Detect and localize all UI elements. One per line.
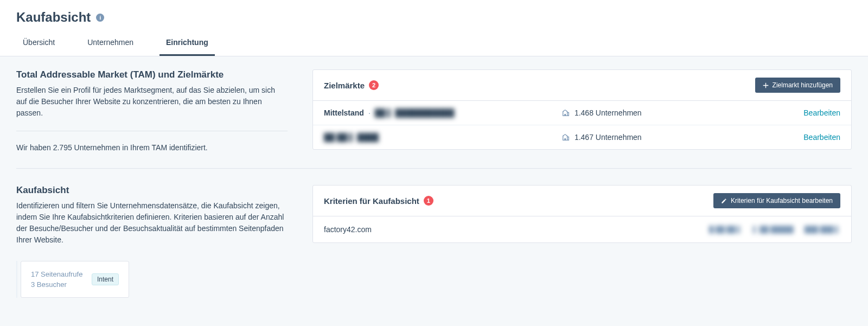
- tam-heading: Total Addressable Market (TAM) und Zielm…: [16, 69, 288, 80]
- page-header: Kaufabsicht i Übersicht Unternehmen Einr…: [0, 0, 868, 56]
- intent-criteria-card: Kriterien für Kaufabsicht 1 Kriterien fü…: [312, 185, 852, 243]
- edit-intent-criteria-button[interactable]: Kriterien für Kaufabsicht bearbeiten: [713, 193, 840, 208]
- edit-intent-criteria-label: Kriterien für Kaufabsicht bearbeiten: [731, 197, 833, 204]
- criteria-domain: factory42.com: [324, 225, 372, 234]
- tam-right-col: Zielmärkte 2 Zielmarkt hinzufügen Mittel…: [312, 69, 852, 152]
- intent-right-col: Kriterien für Kaufabsicht 1 Kriterien fü…: [312, 185, 852, 298]
- intent-heading: Kaufabsicht: [16, 185, 288, 196]
- market-row: ██ ██ ▌ ████ 1.467 Unternehmen Bearbeite…: [313, 125, 851, 149]
- tam-summary: Wir haben 2.795 Unternehmen in Ihrem TAM…: [16, 143, 288, 152]
- target-markets-title: Zielmärkte: [324, 81, 365, 90]
- market-name-blurred: ██ ██ ▌ ████: [324, 133, 379, 142]
- criteria-meta-blurred: ▌ ██ █████: [753, 226, 794, 233]
- section-intent: Kaufabsicht Identifizieren und filtern S…: [16, 168, 852, 314]
- tam-description: Erstellen Sie ein Profil für jedes Markt…: [16, 85, 288, 119]
- intent-pageviews: 17 Seitenaufrufe: [31, 270, 82, 278]
- intent-left-col: Kaufabsicht Identifizieren und filtern S…: [16, 185, 288, 298]
- edit-market-link[interactable]: Bearbeiten: [803, 108, 840, 117]
- intent-criteria-count-badge: 1: [424, 196, 433, 206]
- body-area: Total Addressable Market (TAM) und Zielm…: [0, 56, 868, 326]
- market-company-count: 1.467 Unternehmen: [575, 133, 642, 142]
- tab-einrichtung[interactable]: Einrichtung: [159, 33, 215, 56]
- company-icon: [561, 133, 570, 142]
- criteria-row: factory42.com █ ██ ██ ▌ ▌ ██ █████ ███ █…: [313, 216, 851, 242]
- intent-preview-box: 17 Seitenaufrufe 3 Besucher Intent: [21, 261, 129, 298]
- tab-uebersicht[interactable]: Übersicht: [16, 33, 61, 56]
- pencil-icon: [721, 198, 727, 204]
- company-icon: [561, 108, 570, 117]
- market-detail-blurred: ██ ▌ ███████████: [375, 108, 455, 117]
- criteria-meta: █ ██ ██ ▌ ▌ ██ █████ ███ ███ ▌: [709, 226, 840, 233]
- info-icon[interactable]: i: [96, 14, 104, 22]
- tam-left-col: Total Addressable Market (TAM) und Zielm…: [16, 69, 288, 152]
- tabs: Übersicht Unternehmen Einrichtung: [16, 33, 852, 56]
- criteria-meta-blurred: █ ██ ██ ▌: [709, 226, 742, 233]
- criteria-meta-blurred: ███ ███ ▌: [805, 226, 840, 233]
- target-markets-count-badge: 2: [369, 80, 379, 90]
- edit-market-link[interactable]: Bearbeiten: [803, 133, 840, 142]
- section-tam: Total Addressable Market (TAM) und Zielm…: [16, 69, 852, 168]
- intent-preview: 17 Seitenaufrufe 3 Besucher Intent: [16, 261, 288, 298]
- page-title: Kaufabsicht: [16, 10, 91, 25]
- add-target-market-label: Zielmarkt hinzufügen: [773, 81, 833, 89]
- market-row: Mittelstand · ██ ▌ ███████████ 1.468 Unt…: [313, 101, 851, 125]
- intent-description: Identifizieren und filtern Sie Unternehm…: [16, 200, 288, 246]
- intent-tag: Intent: [92, 273, 119, 285]
- target-markets-card: Zielmärkte 2 Zielmarkt hinzufügen Mittel…: [312, 69, 852, 150]
- tab-unternehmen[interactable]: Unternehmen: [81, 33, 140, 56]
- plus-icon: [763, 82, 769, 88]
- add-target-market-button[interactable]: Zielmarkt hinzufügen: [755, 78, 840, 93]
- intent-criteria-title: Kriterien für Kaufabsicht: [324, 196, 419, 206]
- market-company-count: 1.468 Unternehmen: [575, 108, 642, 117]
- market-name: Mittelstand: [324, 108, 364, 117]
- divider: [16, 131, 288, 131]
- separator: ·: [368, 108, 371, 117]
- intent-visitors: 3 Besucher: [31, 280, 82, 289]
